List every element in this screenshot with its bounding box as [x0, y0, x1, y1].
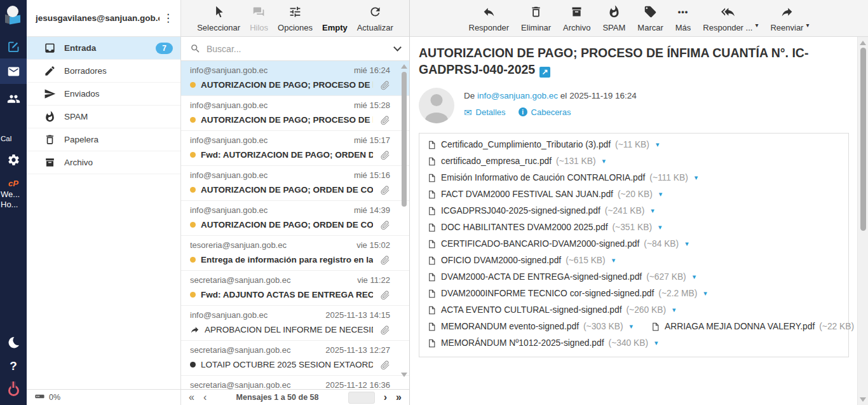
attachment-menu-caret-icon[interactable]: ▾	[672, 306, 676, 314]
attachment-item[interactable]: Certificado_Cumplimiento_Tributario (3).…	[427, 137, 659, 153]
message-row[interactable]: info@sanjuan.gob.ecmié 15:28AUTORIZACION…	[181, 96, 409, 131]
folder-item-spam[interactable]: SPAM	[27, 106, 180, 128]
attachment-menu-caret-icon[interactable]: ▾	[612, 256, 616, 264]
logout-button[interactable]	[0, 378, 27, 402]
mark-button[interactable]: Marcar	[637, 5, 663, 32]
attachment-item[interactable]: Emisión Informativo de Caución CONTRALOR…	[427, 170, 698, 186]
search-expand-chevron-icon[interactable]	[393, 43, 402, 51]
mail-nav-button[interactable]	[0, 58, 27, 84]
attachment-menu-caret-icon[interactable]: ▾	[659, 190, 663, 198]
details-link[interactable]: ✉ Detalles	[464, 107, 506, 117]
forward-caret-icon[interactable]: ▾	[806, 18, 809, 32]
message-subject-line: AUTORIZACION DE PAGO; ORDEN DE COM…	[190, 219, 390, 230]
scroll-up-arrow-icon[interactable]	[860, 41, 866, 45]
attachment-name: ACTA EVENTO CULTURAL-signed-signed.pdf	[441, 305, 621, 315]
message-row[interactable]: info@sanjuan.gob.ec2025-11-13 14:15APROB…	[181, 306, 409, 341]
attachment-menu-caret-icon[interactable]: ▾	[651, 207, 654, 215]
reply-all-icon	[721, 5, 735, 18]
webmail-logo[interactable]	[0, 1, 27, 29]
attachment-size: (~111 KB)	[649, 173, 688, 182]
attachment-item[interactable]: DVAM2000INFORME TECNICO cor-signed-signe…	[427, 285, 707, 302]
file-icon	[427, 172, 437, 184]
attachment-menu-caret-icon[interactable]: ▾	[630, 322, 634, 331]
message-subject-line: Fwd: AUTORIZACION DE PAGO; ORDEN DE …	[190, 149, 390, 160]
spam-button[interactable]: SPAM	[602, 5, 625, 32]
scroll-up-arrow-icon[interactable]	[401, 64, 407, 69]
attachment-item[interactable]: ARRIAGA MEJIA DONNA VALERY.pdf(~22 KB)▾	[651, 319, 857, 335]
folder-item-papelera[interactable]: Papelera	[27, 128, 180, 151]
help-button[interactable]: ?	[0, 354, 27, 378]
message-row[interactable]: info@sanjuan.gob.ecmié 15:16AUTORIZACION…	[181, 166, 409, 201]
message-row[interactable]: info@sanjuan.gob.ecmié 16:24AUTORIZACION…	[181, 61, 409, 96]
options-button[interactable]: Opciones	[278, 5, 313, 32]
delete-button[interactable]: Eliminar	[521, 5, 551, 32]
from-email-link[interactable]: info@sanjuan.gob.ec	[477, 91, 558, 100]
attachment-menu-caret-icon[interactable]: ▾	[602, 157, 606, 165]
attachment-menu-caret-icon[interactable]: ▾	[693, 273, 696, 281]
attachment-menu-caret-icon[interactable]: ▾	[658, 223, 662, 231]
reply-all-button[interactable]: Responder ...	[703, 5, 752, 32]
open-in-new-icon[interactable]: ↗	[539, 67, 550, 78]
attachment-menu-caret-icon[interactable]: ▾	[703, 289, 707, 298]
threads-button[interactable]: Hilos	[250, 5, 268, 32]
folder-item-entrada[interactable]: Entrada7	[27, 37, 180, 60]
compose-button[interactable]	[0, 34, 27, 58]
more-button[interactable]: ••• Más	[675, 5, 691, 32]
headers-link[interactable]: i Cabeceras	[519, 107, 571, 117]
reply-button[interactable]: Responder	[469, 5, 510, 32]
more-icon: •••	[678, 5, 689, 18]
message-row[interactable]: tesoreria@sanjuan.gob.ecvie 15:02Entrega…	[181, 236, 409, 271]
message-row[interactable]: info@sanjuan.gob.ecmié 14:39AUTORIZACION…	[181, 201, 409, 236]
attachment-item[interactable]: DVAM2000-ACTA DE ENTREGA-signed-signed.p…	[427, 269, 696, 285]
scroll-down-arrow-icon[interactable]	[401, 373, 407, 377]
messagelist-scrollbar[interactable]	[400, 63, 408, 387]
cpanel-logo[interactable]: cP	[0, 177, 27, 189]
prev-page-button[interactable]: ‹	[203, 392, 207, 402]
scroll-down-arrow-icon[interactable]	[860, 397, 866, 402]
webmail-home-link[interactable]: We... Ho...	[0, 189, 27, 210]
select-button[interactable]: Seleccionar	[197, 5, 240, 32]
reply-all-caret-icon[interactable]: ▾	[755, 18, 758, 32]
page-number-input[interactable]	[348, 392, 375, 404]
attachment-item[interactable]: ACTA EVENTO CULTURAL-signed-signed.pdf(~…	[427, 302, 676, 319]
attachment-item[interactable]: MEMORANDUM evento-signed.pdf(~303 KB)▾	[427, 319, 633, 335]
message-row[interactable]: secretaria@sanjuan.gob.ec2025-11-13 12:2…	[181, 341, 409, 376]
attachment-menu-caret-icon[interactable]: ▾	[654, 339, 658, 347]
empty-button[interactable]: Empty	[322, 5, 348, 32]
messagelist-scrollbar-thumb[interactable]	[402, 72, 407, 207]
message-row[interactable]: secretaria@sanjuan.gob.ecvie 11:22Fwd: A…	[181, 271, 409, 306]
search-icon	[190, 43, 201, 54]
refresh-button[interactable]: Actualizar	[357, 5, 393, 32]
settings-button[interactable]	[0, 148, 27, 172]
attachment-menu-caret-icon[interactable]: ▾	[695, 174, 698, 182]
folder-item-archivo[interactable]: Archivo	[27, 151, 180, 174]
forward-button[interactable]: Reenviar	[770, 5, 803, 32]
attachment-item[interactable]: OFICIO DVAM2000-signed.pdf(~615 KB)▾	[427, 252, 615, 269]
attachment-item[interactable]: CERTIFICADO-BANCARIO-DVAM2000-signed.pdf…	[427, 236, 689, 252]
attachment-name: FACT DVAM2000 FESTIVAL SAN JUAN.pdf	[441, 189, 613, 199]
search-input[interactable]	[207, 44, 389, 54]
attachment-name: Certificado_Cumplimiento_Tributario (3).…	[441, 140, 611, 149]
account-menu-kebab-icon[interactable]: ⋮	[159, 11, 177, 25]
folder-item-enviados[interactable]: Enviados	[27, 83, 180, 106]
archive-button[interactable]: Archivo	[563, 5, 590, 32]
attachment-menu-caret-icon[interactable]: ▾	[656, 141, 660, 149]
last-page-button[interactable]: »	[396, 392, 402, 402]
account-header: jesusgavilanes@sanjuan.gob.ec ⋮	[27, 0, 180, 37]
first-page-button[interactable]: «	[189, 392, 194, 402]
attachment-item[interactable]: MEMORÁNDUM Nº1012-2025-signed.pdf(~340 K…	[427, 335, 658, 352]
attachment-item[interactable]: ICGADPRSJ040-2025-signed-signed.pdf(~241…	[427, 203, 654, 219]
attachment-item[interactable]: DOC HABILITANTES DVAM2000 2025.pdf(~351 …	[427, 219, 662, 236]
next-page-button[interactable]: ›	[384, 392, 387, 402]
attachment-menu-caret-icon[interactable]: ▾	[685, 240, 689, 248]
contacts-nav-button[interactable]	[0, 86, 27, 111]
reader-scrollbar-thumb[interactable]	[860, 48, 866, 231]
message-row[interactable]: info@sanjuan.gob.ecmié 15:17Fwd: AUTORIZ…	[181, 131, 409, 166]
folder-item-borradores[interactable]: Borradores	[27, 60, 180, 83]
attachment-item[interactable]: certificado_empresa_ruc.pdf(~131 KB)▾	[427, 153, 606, 170]
reader-scrollbar[interactable]	[857, 37, 868, 405]
attachment-item[interactable]: FACT DVAM2000 FESTIVAL SAN JUAN.pdf(~20 …	[427, 186, 662, 203]
message-row[interactable]: secretaria@sanjuan.gob.ec2025-11-12 16:3…	[181, 376, 409, 389]
calendar-link[interactable]: Cal	[0, 135, 27, 144]
dark-mode-toggle[interactable]	[0, 330, 27, 354]
